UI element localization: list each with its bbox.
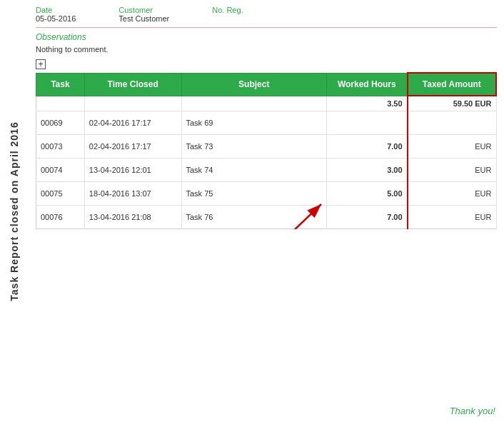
row-hours — [327, 111, 408, 135]
row-taxed: EUR — [408, 159, 496, 182]
table-row: 00076 13-04-2016 21:08 Task 76 7.00 EUR — [36, 206, 497, 229]
observations-section: Observations Nothing to comment. — [36, 32, 497, 54]
row-task: 00075 — [36, 182, 85, 206]
report-table: Task Time Closed Subject Worked Hours Ta… — [36, 72, 497, 229]
table-row: 00069 02-04-2016 17:17 Task 69 — [36, 111, 497, 135]
table-header-row: Task Time Closed Subject Worked Hours Ta… — [36, 73, 497, 96]
total-time — [84, 96, 181, 111]
customer-col: Customer Test Customer — [119, 6, 169, 23]
row-task: 00069 — [36, 111, 85, 135]
row-time: 02-04-2016 17:17 — [84, 135, 181, 159]
row-task: 00076 — [36, 206, 85, 229]
row-time: 18-04-2016 13:07 — [84, 182, 181, 206]
col-header-subject: Subject — [181, 73, 327, 96]
row-subject: Task 76 — [181, 206, 327, 229]
row-subject: Task 75 — [181, 182, 327, 206]
expand-icon[interactable]: + — [36, 59, 46, 69]
table-row: 00073 02-04-2016 17:17 Task 73 7.00 EUR — [36, 135, 497, 159]
observations-text: Nothing to comment. — [36, 45, 497, 54]
header-row: Date 05-05-2016 Customer Test Customer N… — [36, 6, 497, 23]
row-time: 13-04-2016 12:01 — [84, 159, 181, 182]
col-header-hours: Worked Hours — [327, 73, 408, 96]
row-taxed: EUR — [408, 206, 496, 229]
row-taxed: EUR — [408, 182, 496, 206]
row-hours: 7.00 — [327, 135, 408, 159]
row-subject: Task 74 — [181, 159, 327, 182]
customer-label: Customer — [119, 6, 169, 14]
date-label: Date — [36, 6, 76, 14]
observations-title: Observations — [36, 32, 497, 42]
customer-value: Test Customer — [119, 14, 169, 23]
table-row: 00074 13-04-2016 12:01 Task 74 3.00 EUR — [36, 159, 497, 182]
row-time: 13-04-2016 21:08 — [84, 206, 181, 229]
row-taxed — [408, 111, 496, 135]
total-hours: 3.50 — [327, 96, 408, 111]
header-divider — [36, 27, 497, 28]
sidebar: Task Report closed on April 2016 — [0, 0, 29, 422]
col-header-taxed: Taxed Amount — [408, 73, 496, 96]
table-row-total: 3.50 59.50 EUR — [36, 96, 497, 111]
date-value: 05-05-2016 — [36, 14, 76, 23]
total-task — [36, 96, 85, 111]
row-task: 00074 — [36, 159, 85, 182]
row-subject: Task 73 — [181, 135, 327, 159]
total-subject — [181, 96, 327, 111]
row-hours: 3.00 — [327, 159, 408, 182]
row-taxed: EUR — [408, 135, 496, 159]
col-header-time: Time Closed — [84, 73, 181, 96]
row-time: 02-04-2016 17:17 — [84, 111, 181, 135]
table-row: 00075 18-04-2016 13:07 Task 75 5.00 EUR — [36, 182, 497, 206]
row-hours: 7.00 — [327, 206, 408, 229]
noreg-label: No. Reg. — [212, 6, 243, 14]
report-table-wrapper: Task Time Closed Subject Worked Hours Ta… — [36, 72, 497, 229]
noreg-col: No. Reg. — [212, 6, 243, 23]
row-subject: Task 69 — [181, 111, 327, 135]
col-header-task: Task — [36, 73, 85, 96]
row-task: 00073 — [36, 135, 85, 159]
thankyou-text: Thank you! — [450, 406, 495, 416]
total-taxed: 59.50 EUR — [408, 96, 496, 111]
sidebar-text: Task Report closed on April 2016 — [9, 121, 20, 301]
date-col: Date 05-05-2016 — [36, 6, 76, 23]
row-hours: 5.00 — [327, 182, 408, 206]
main-content: Date 05-05-2016 Customer Test Customer N… — [29, 0, 504, 422]
